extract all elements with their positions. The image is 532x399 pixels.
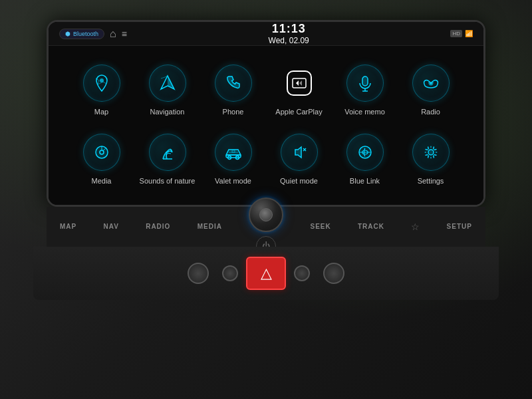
phone-label: Phone xyxy=(223,107,244,116)
settings-icon xyxy=(412,134,450,171)
nav-physical-btn[interactable]: NAV xyxy=(104,223,119,230)
status-icons: HD 📶 xyxy=(450,30,473,37)
physical-controls: MAP NAV RADIO MEDIA ⏻ SEEK TRACK ☆ SETUP xyxy=(47,207,485,247)
svg-point-9 xyxy=(96,146,108,158)
map-label: Map xyxy=(94,107,108,116)
bluetooth-icon: ⬢ xyxy=(65,31,70,37)
app-grid: Map Navigation xyxy=(49,46,483,205)
voice-memo-label: Voice memo xyxy=(344,107,385,116)
carplay-label: Apple CarPlay xyxy=(275,107,322,116)
blue-link-label: Blue Link xyxy=(350,176,380,186)
navigation-icon xyxy=(149,65,186,102)
quiet-mode-icon xyxy=(281,134,318,171)
status-bar: ⬢ Bluetooth ⌂ ≡ 11:13 Wed, 02.09 HD 📶 xyxy=(49,22,483,46)
hd-icon: HD xyxy=(450,30,462,37)
app-map[interactable]: Map xyxy=(68,59,134,122)
app-phone[interactable]: Phone xyxy=(200,59,266,122)
menu-button[interactable]: ≡ xyxy=(122,29,127,39)
hazard-button[interactable]: △ xyxy=(246,257,286,290)
radio-label: Radio xyxy=(421,107,440,116)
app-radio[interactable]: Radio xyxy=(398,59,464,122)
media-physical-btn[interactable]: MEDIA xyxy=(198,223,222,230)
setup-physical-btn[interactable]: SETUP xyxy=(447,223,472,230)
media-icon xyxy=(83,134,120,171)
home-button[interactable]: ⌂ xyxy=(110,28,116,40)
navigation-label: Navigation xyxy=(150,107,185,116)
app-navigation[interactable]: Navigation xyxy=(134,59,200,122)
svg-point-6 xyxy=(430,82,432,84)
app-blue-link[interactable]: Blue Link xyxy=(332,128,398,191)
date-display: Wed, 02.09 xyxy=(269,36,309,45)
carplay-icon xyxy=(281,65,318,102)
status-center: 11:13 Wed, 02.09 xyxy=(269,22,309,45)
car-frame: ⬢ Bluetooth ⌂ ≡ 11:13 Wed, 02.09 HD 📶 xyxy=(0,0,532,399)
track-physical-btn[interactable]: TRACK xyxy=(358,223,384,230)
media-label: Media xyxy=(92,176,112,186)
status-left: ⬢ Bluetooth ⌂ ≡ xyxy=(59,28,127,40)
map-icon xyxy=(83,65,120,102)
bluetooth-badge: ⬢ Bluetooth xyxy=(59,29,104,39)
radio-physical-btn[interactable]: RADIO xyxy=(146,223,170,230)
app-settings[interactable]: Settings xyxy=(398,128,464,191)
svg-rect-5 xyxy=(362,76,368,86)
hazard-triangle-icon: △ xyxy=(261,265,272,282)
app-voice-memo[interactable]: Voice memo xyxy=(332,59,398,122)
left-dial-knob[interactable] xyxy=(188,263,209,284)
radio-icon xyxy=(412,65,450,102)
valet-mode-icon xyxy=(215,134,252,171)
knob-inner xyxy=(259,208,273,221)
signal-icon: 📶 xyxy=(465,30,473,37)
right-vent-knob[interactable] xyxy=(294,265,310,281)
infotainment-screen: ⬢ Bluetooth ⌂ ≡ 11:13 Wed, 02.09 HD 📶 xyxy=(47,20,485,207)
sounds-of-nature-icon xyxy=(149,134,186,171)
seek-physical-btn[interactable]: SEEK xyxy=(310,223,331,230)
blue-link-icon xyxy=(346,134,384,171)
app-sounds-of-nature[interactable]: Sounds of nature xyxy=(134,128,200,191)
quiet-mode-label: Quiet mode xyxy=(280,176,318,186)
app-media[interactable]: Media xyxy=(68,128,134,191)
app-valet-mode[interactable]: Valet mode xyxy=(200,128,266,191)
voice-memo-icon xyxy=(346,65,384,102)
status-right: HD 📶 xyxy=(450,30,473,37)
left-vent-knob[interactable] xyxy=(222,265,238,281)
svg-point-20 xyxy=(428,150,434,155)
volume-knob[interactable] xyxy=(249,198,283,232)
app-quiet-mode[interactable]: Quiet mode xyxy=(266,128,332,191)
lower-controls: △ xyxy=(33,247,499,300)
valet-mode-label: Valet mode xyxy=(215,176,251,186)
favorites-btn[interactable]: ☆ xyxy=(411,221,420,232)
right-dial-knob[interactable] xyxy=(323,263,344,284)
app-apple-carplay[interactable]: Apple CarPlay xyxy=(266,59,332,122)
time-display: 11:13 xyxy=(272,22,306,36)
phone-icon xyxy=(215,65,252,102)
bluetooth-label: Bluetooth xyxy=(73,31,98,37)
map-physical-btn[interactable]: MAP xyxy=(60,223,76,230)
sounds-of-nature-label: Sounds of nature xyxy=(140,176,196,186)
settings-label: Settings xyxy=(418,176,444,186)
